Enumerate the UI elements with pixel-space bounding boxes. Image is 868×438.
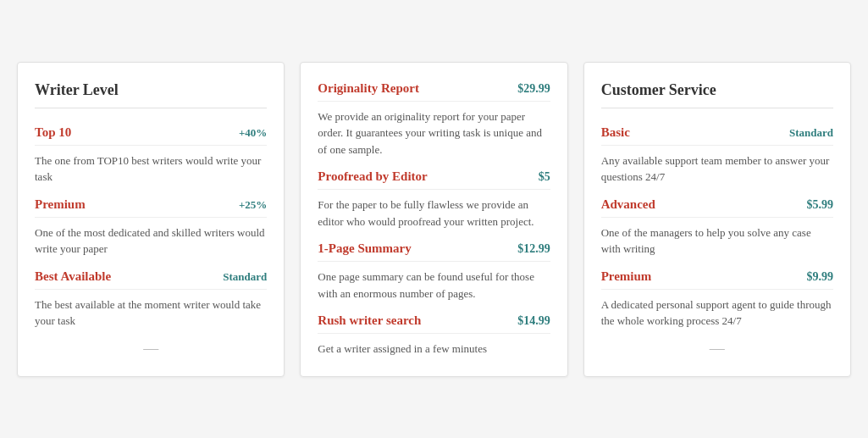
scroll-indicator-1: — xyxy=(35,340,267,358)
option-row-originality: Originality Report $29.99 xyxy=(318,81,550,102)
option-price-rush: $14.99 xyxy=(517,314,550,328)
option-name-rush: Rush writer search xyxy=(318,313,421,328)
option-price-originality: $29.99 xyxy=(517,82,550,96)
option-name-originality: Originality Report xyxy=(318,81,419,96)
option-name-advanced: Advanced xyxy=(601,197,655,212)
option-name-proofread: Proofread by Editor xyxy=(318,169,427,184)
option-desc-top10: The one from TOP10 best writers would wr… xyxy=(35,146,267,189)
option-row-top10: Top 10 +40% xyxy=(35,117,267,146)
option-row-best: Best Available Standard xyxy=(35,261,267,290)
option-desc-best: The best available at the moment writer … xyxy=(35,290,267,333)
option-name-basic: Basic xyxy=(601,125,630,140)
option-price-top10: +40% xyxy=(239,126,267,140)
option-name-summary: 1-Page Summary xyxy=(318,241,411,256)
option-row-advanced: Advanced $5.99 xyxy=(601,189,833,218)
extras-card: Originality Report $29.99 We provide an … xyxy=(300,62,567,377)
option-row-cs-premium: Premium $9.99 xyxy=(601,261,833,290)
option-desc-proofread: For the paper to be fully flawless we pr… xyxy=(318,190,550,233)
option-desc-summary: One page summary can be found useful for… xyxy=(318,262,550,305)
option-price-advanced: $5.99 xyxy=(806,198,833,212)
writer-level-title: Writer Level xyxy=(35,81,267,108)
option-desc-advanced: One of the managers to help you solve an… xyxy=(601,218,833,261)
option-desc-premium: One of the most dedicated and skilled wr… xyxy=(35,218,267,261)
option-desc-cs-premium: A dedicated personal support agent to gu… xyxy=(601,290,833,333)
option-row-rush: Rush writer search $14.99 xyxy=(318,305,550,334)
option-desc-rush: Get a writer assigned in a few minutes xyxy=(318,334,550,361)
customer-service-title: Customer Service xyxy=(601,81,833,108)
option-name-cs-premium: Premium xyxy=(601,269,652,284)
cards-container: Writer Level Top 10 +40% The one from TO… xyxy=(17,62,851,377)
option-name-premium: Premium xyxy=(35,197,86,212)
option-price-cs-premium: $9.99 xyxy=(806,270,833,284)
option-price-proofread: $5 xyxy=(539,170,550,184)
writer-level-card: Writer Level Top 10 +40% The one from TO… xyxy=(17,62,285,377)
option-desc-basic: Any available support team member to ans… xyxy=(601,146,833,189)
option-row-premium: Premium +25% xyxy=(35,189,267,218)
option-row-proofread: Proofread by Editor $5 xyxy=(318,161,550,190)
option-name-best: Best Available xyxy=(35,269,111,284)
option-row-summary: 1-Page Summary $12.99 xyxy=(318,233,550,262)
option-row-basic: Basic Standard xyxy=(601,117,833,146)
scroll-indicator-3: — xyxy=(601,340,833,358)
option-price-best: Standard xyxy=(223,270,267,284)
option-price-premium: +25% xyxy=(239,198,267,212)
option-name-top10: Top 10 xyxy=(35,125,71,140)
option-price-basic: Standard xyxy=(789,126,833,140)
option-desc-originality: We provide an originality report for you… xyxy=(318,102,550,162)
option-price-summary: $12.99 xyxy=(517,242,550,256)
customer-service-card: Customer Service Basic Standard Any avai… xyxy=(583,62,851,377)
